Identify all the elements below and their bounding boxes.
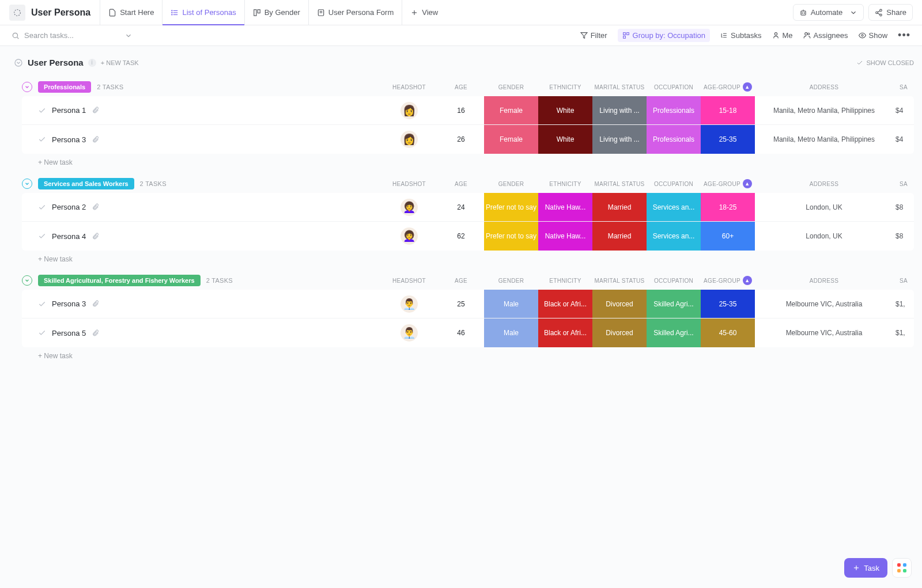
col-age[interactable]: AGE: [438, 179, 484, 188]
new-task-row-button[interactable]: + New task: [22, 347, 914, 365]
share-button[interactable]: Share: [868, 4, 913, 21]
me-button[interactable]: Me: [772, 31, 793, 40]
task-name[interactable]: Persona 1: [52, 106, 86, 115]
subtasks-button[interactable]: Subtasks: [720, 31, 761, 40]
col-headshot[interactable]: HEADSHOT: [380, 82, 438, 92]
new-task-row-button[interactable]: + New task: [22, 251, 914, 268]
ethnicity-cell[interactable]: White: [538, 96, 592, 124]
filter-button[interactable]: Filter: [580, 31, 607, 40]
folder-icon[interactable]: [9, 5, 25, 21]
attachment-icon[interactable]: [92, 300, 99, 308]
col-gender[interactable]: GENDER: [484, 179, 538, 188]
age-group-cell[interactable]: 18-25: [701, 193, 755, 221]
address-cell[interactable]: London, UK: [755, 193, 893, 221]
tab-list-of-personas[interactable]: List of Personas: [162, 0, 244, 25]
group-name[interactable]: Services and Sales Workers: [38, 178, 134, 189]
col-address[interactable]: ADDRESS: [755, 82, 893, 92]
group-name[interactable]: Skilled Agricultural, Forestry and Fishe…: [38, 275, 201, 286]
col-salary[interactable]: SA: [893, 179, 914, 188]
marital-cell[interactable]: Married: [592, 222, 647, 251]
marital-cell[interactable]: Married: [592, 193, 647, 221]
add-view-button[interactable]: View: [402, 0, 446, 25]
col-gender[interactable]: GENDER: [484, 82, 538, 92]
age-group-cell[interactable]: 45-60: [701, 318, 755, 347]
status-check-icon[interactable]: [38, 232, 46, 240]
col-address[interactable]: ADDRESS: [755, 179, 893, 188]
collapse-group-icon[interactable]: [22, 275, 32, 286]
task-row[interactable]: Persona 3 👨‍💼 25 Male Black or Afri... D…: [22, 290, 914, 318]
gender-cell[interactable]: Female: [484, 125, 538, 154]
col-address[interactable]: ADDRESS: [755, 276, 893, 285]
gender-cell[interactable]: Prefer not to say: [484, 222, 538, 251]
group-by-button[interactable]: Group by: Occupation: [618, 29, 710, 42]
col-headshot[interactable]: HEADSHOT: [380, 179, 438, 188]
task-name[interactable]: Persona 2: [52, 203, 86, 211]
occupation-cell[interactable]: Services an...: [647, 222, 701, 251]
address-cell[interactable]: London, UK: [755, 222, 893, 251]
col-salary[interactable]: SA: [893, 276, 914, 285]
attachment-icon[interactable]: [92, 107, 99, 114]
col-age-group[interactable]: AGE-GROUP▲: [701, 82, 755, 92]
occupation-cell[interactable]: Professionals: [647, 96, 701, 124]
age-group-cell[interactable]: 60+: [701, 222, 755, 251]
age-group-cell[interactable]: 15-18: [701, 96, 755, 124]
col-occupation[interactable]: OCCUPATION: [647, 276, 701, 285]
salary-cell[interactable]: $8: [893, 222, 914, 251]
col-ethnicity[interactable]: ETHNICITY: [538, 82, 592, 92]
attachment-icon[interactable]: [92, 203, 99, 211]
age-cell[interactable]: 16: [438, 96, 484, 124]
list-title[interactable]: User Persona: [28, 58, 84, 67]
tab-user-persona-form[interactable]: User Persona Form: [308, 0, 402, 25]
col-occupation[interactable]: OCCUPATION: [647, 179, 701, 188]
col-occupation[interactable]: OCCUPATION: [647, 82, 701, 92]
age-cell[interactable]: 25: [438, 290, 484, 318]
headshot-cell[interactable]: 👩: [380, 96, 438, 124]
col-marital[interactable]: MARITAL STATUS: [592, 179, 647, 188]
col-age-group[interactable]: AGE-GROUP▲: [701, 276, 755, 285]
automate-button[interactable]: Automate: [793, 4, 864, 21]
new-task-row-button[interactable]: + New task: [22, 154, 914, 171]
gender-cell[interactable]: Prefer not to say: [484, 193, 538, 221]
salary-cell[interactable]: $8: [893, 193, 914, 221]
col-age-group[interactable]: AGE-GROUP▲: [701, 179, 755, 188]
col-gender[interactable]: GENDER: [484, 276, 538, 285]
salary-cell[interactable]: $4: [893, 96, 914, 124]
collapse-group-icon[interactable]: [22, 179, 32, 189]
task-name[interactable]: Persona 4: [52, 232, 86, 241]
col-headshot[interactable]: HEADSHOT: [380, 276, 438, 285]
salary-cell[interactable]: $1,: [893, 318, 914, 347]
age-cell[interactable]: 24: [438, 193, 484, 221]
chevron-down-icon[interactable]: [124, 32, 133, 40]
show-button[interactable]: Show: [859, 31, 888, 40]
age-group-cell[interactable]: 25-35: [701, 290, 755, 318]
ethnicity-cell[interactable]: Black or Afri...: [538, 318, 592, 347]
task-row[interactable]: Persona 3 👩 26 Female White Living with …: [22, 125, 914, 154]
headshot-cell[interactable]: 👨‍💼: [380, 318, 438, 347]
apps-fab[interactable]: [892, 558, 912, 578]
marital-cell[interactable]: Divorced: [592, 290, 647, 318]
attachment-icon[interactable]: [92, 233, 99, 240]
group-name[interactable]: Professionals: [38, 81, 91, 93]
col-salary[interactable]: SA: [893, 82, 914, 92]
collapse-group-icon[interactable]: [22, 82, 32, 92]
occupation-cell[interactable]: Skilled Agri...: [647, 290, 701, 318]
occupation-cell[interactable]: Services an...: [647, 193, 701, 221]
status-check-icon[interactable]: [38, 107, 46, 115]
salary-cell[interactable]: $4: [893, 125, 914, 154]
col-ethnicity[interactable]: ETHNICITY: [538, 276, 592, 285]
tab-start-here[interactable]: Start Here: [100, 0, 162, 25]
folder-name[interactable]: User Persona: [31, 7, 90, 18]
col-marital[interactable]: MARITAL STATUS: [592, 276, 647, 285]
ethnicity-cell[interactable]: Native Haw...: [538, 222, 592, 251]
marital-cell[interactable]: Living with ...: [592, 96, 647, 124]
marital-cell[interactable]: Living with ...: [592, 125, 647, 154]
ethnicity-cell[interactable]: Native Haw...: [538, 193, 592, 221]
occupation-cell[interactable]: Skilled Agri...: [647, 318, 701, 347]
address-cell[interactable]: Manila, Metro Manila, Philippines: [755, 96, 893, 124]
status-check-icon[interactable]: [38, 135, 46, 143]
search-input[interactable]: Search tasks...: [12, 31, 133, 40]
address-cell[interactable]: Melbourne VIC, Australia: [755, 290, 893, 318]
task-row[interactable]: Persona 1 👩 16 Female White Living with …: [22, 96, 914, 125]
attachment-icon[interactable]: [92, 329, 99, 337]
ethnicity-cell[interactable]: White: [538, 125, 592, 154]
